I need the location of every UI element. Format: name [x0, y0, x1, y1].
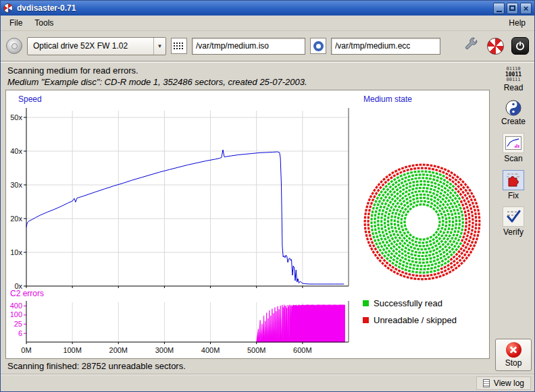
- image-file-input[interactable]: [192, 38, 305, 55]
- minimize-button[interactable]: [493, 3, 505, 14]
- menu-tools[interactable]: Tools: [28, 16, 59, 30]
- status-area: Scanning medium for read errors. Medium …: [1, 63, 492, 88]
- svg-text:20x: 20x: [10, 215, 22, 223]
- scan-label: Scan: [504, 154, 522, 163]
- app-window: dvdisaster-0.71 × File Tools Help Optica…: [0, 0, 535, 392]
- toolbar: Optical drive 52X FW 1.02 ▼: [1, 31, 534, 61]
- close-icon: ×: [524, 4, 529, 13]
- svg-text:100M: 100M: [63, 346, 82, 354]
- svg-text:100: 100: [10, 310, 22, 318]
- menu-help[interactable]: Help: [503, 16, 532, 30]
- svg-text:30x: 30x: [10, 181, 22, 189]
- verify-label: Verify: [503, 227, 524, 237]
- svg-text:0x: 0x: [14, 282, 22, 290]
- verify-button[interactable]: Verify: [503, 206, 524, 237]
- red-swatch: [363, 317, 369, 323]
- status-line2: Medium "Example disc": CD-R mode 1, 3524…: [7, 76, 486, 88]
- svg-text:50x: 50x: [10, 113, 22, 121]
- fix-label: Fix: [508, 191, 519, 200]
- view-log-button[interactable]: View log: [476, 376, 531, 390]
- chevron-down-icon: ▼: [153, 38, 165, 55]
- puzzle-icon: [503, 170, 524, 190]
- scan-button[interactable]: Scan: [503, 133, 524, 163]
- legend-read-label: Successfully read: [374, 298, 442, 308]
- binary-read-icon: 01110 10011 00111: [505, 67, 521, 82]
- status-line1: Scanning medium for read errors.: [7, 65, 486, 76]
- image-file-icon: [171, 38, 187, 54]
- create-button[interactable]: Create: [501, 100, 526, 126]
- green-swatch: [363, 300, 369, 306]
- svg-text:25: 25: [14, 320, 22, 328]
- svg-text:0M: 0M: [21, 346, 31, 354]
- bottom-bar: View log: [1, 374, 534, 391]
- titlebar[interactable]: dvdisaster-0.71 ×: [1, 1, 534, 16]
- medium-state-legend: Successfully read Unreadable / skipped: [363, 298, 457, 325]
- ecc-file-icon: [310, 38, 326, 54]
- svg-text:400: 400: [10, 302, 22, 310]
- power-icon: [515, 40, 526, 51]
- speed-chart-title: Speed: [18, 94, 42, 104]
- stop-icon: [506, 342, 521, 358]
- drive-icon: [6, 38, 22, 54]
- svg-text:600M: 600M: [293, 346, 312, 354]
- minimize-icon: [496, 11, 502, 12]
- legend-unreadable-label: Unreadable / skipped: [374, 315, 457, 325]
- close-button[interactable]: ×: [520, 3, 532, 14]
- scan-chart-icon: [503, 133, 524, 153]
- maximize-icon: [509, 5, 515, 11]
- color-wheel-icon[interactable]: [487, 38, 504, 55]
- svg-text:300M: 300M: [155, 346, 174, 354]
- drive-select-value: Optical drive 52X FW 1.02: [28, 41, 153, 51]
- action-sidebar: 01110 10011 00111 Read Create: [492, 63, 534, 374]
- wrench-icon: [462, 36, 480, 53]
- preferences-button[interactable]: [462, 36, 480, 56]
- view-log-label: View log: [494, 379, 524, 388]
- maximize-button[interactable]: [507, 3, 518, 14]
- checkmark-icon: [503, 206, 524, 227]
- read-button[interactable]: 01110 10011 00111 Read: [504, 67, 524, 92]
- stop-button[interactable]: Stop: [495, 339, 532, 371]
- log-icon: [483, 379, 490, 387]
- svg-text:6: 6: [18, 329, 22, 337]
- legend-item-read: Successfully read: [363, 298, 457, 308]
- svg-text:500M: 500M: [247, 346, 266, 354]
- legend-item-unreadable: Unreadable / skipped: [363, 315, 457, 325]
- svg-text:400M: 400M: [201, 346, 220, 354]
- medium-state-disc: [358, 158, 486, 286]
- svg-text:40x: 40x: [10, 147, 22, 155]
- menu-file[interactable]: File: [3, 16, 28, 30]
- svg-text:10x: 10x: [10, 248, 22, 256]
- menubar: File Tools Help: [1, 16, 534, 31]
- create-label: Create: [501, 117, 526, 126]
- window-title: dvdisaster-0.71: [17, 3, 76, 13]
- quit-button[interactable]: [511, 37, 529, 55]
- medium-state-title: Medium state: [363, 94, 412, 104]
- svg-text:200M: 200M: [109, 346, 128, 354]
- read-label: Read: [504, 83, 524, 92]
- scan-result-status: Scanning finished: 28752 unreadable sect…: [1, 359, 492, 374]
- ecc-file-input[interactable]: [331, 38, 440, 55]
- chart-panel: Speed Medium state C2 errors 0x10x20x30x…: [5, 90, 490, 359]
- drive-select[interactable]: Optical drive 52X FW 1.02 ▼: [27, 37, 166, 55]
- yin-yang-icon: [505, 100, 521, 116]
- stop-label: Stop: [505, 358, 522, 368]
- app-icon: [3, 3, 13, 13]
- fix-button[interactable]: Fix: [503, 170, 524, 200]
- speed-chart: 0x10x20x30x40x50x: [6, 105, 364, 291]
- c2-errors-chart: 6251004000M100M200M300M400M500M600M: [6, 300, 364, 358]
